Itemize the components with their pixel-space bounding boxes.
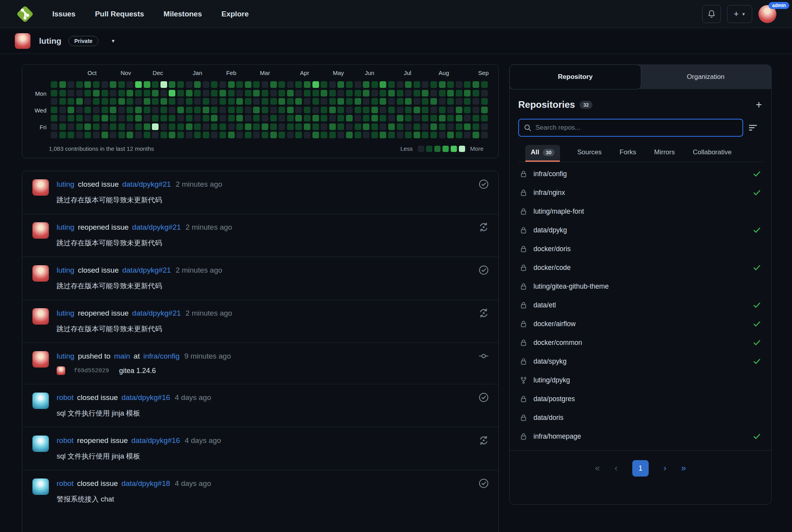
heatmap-cell: [329, 115, 336, 121]
feed-repo-link[interactable]: infra/config: [143, 352, 180, 361]
tab-organization[interactable]: Organization: [640, 65, 771, 89]
tab-repository[interactable]: Repository: [509, 64, 641, 89]
heatmap-cell: [161, 107, 167, 113]
feed-repo-link[interactable]: data/dpykg#21: [132, 223, 181, 232]
nav-link-pull-requests[interactable]: Pull Requests: [95, 10, 144, 18]
heatmap-cell: [329, 123, 336, 130]
nav-link-explore[interactable]: Explore: [221, 10, 249, 18]
feed-user-avatar[interactable]: [32, 478, 49, 495]
nav-link-issues[interactable]: Issues: [52, 10, 75, 18]
repo-name-link[interactable]: luting/gitea-github-theme: [533, 282, 609, 291]
profile-dropdown-caret[interactable]: ▼: [111, 38, 116, 44]
repo-row[interactable]: data/etl: [510, 296, 771, 314]
feed-user-link[interactable]: robot: [57, 479, 73, 488]
repo-row[interactable]: infra/homepage: [510, 427, 771, 446]
repo-row[interactable]: data/doris: [510, 408, 771, 427]
repo-row[interactable]: docker/code: [510, 258, 771, 277]
feed-repo-link[interactable]: data/dpykg#16: [131, 436, 180, 445]
gitea-logo[interactable]: [14, 3, 36, 25]
heatmap-cell: [236, 123, 243, 130]
heatmap-cell: [329, 132, 336, 138]
pagination-first-button[interactable]: «: [595, 463, 599, 473]
commit-sha-link[interactable]: f69d552029: [74, 368, 109, 374]
repo-name-link[interactable]: data/postgres: [533, 395, 575, 403]
filter-tab-sources[interactable]: Sources: [576, 145, 602, 162]
notifications-button[interactable]: [702, 5, 721, 23]
repo-row[interactable]: data/spykg: [510, 352, 771, 371]
heatmap-cell: [397, 90, 403, 96]
filter-tab-all[interactable]: All30: [525, 145, 560, 161]
pagination-prev-button[interactable]: ‹: [615, 463, 617, 473]
filter-tab-collaborative[interactable]: Collaborative: [692, 145, 732, 162]
repo-name-link[interactable]: docker/airflow: [533, 320, 576, 328]
repo-search-input[interactable]: [535, 124, 738, 132]
repo-name-link[interactable]: data/spykg: [533, 357, 567, 366]
legend-more-label: More: [470, 145, 483, 152]
repo-filter-button[interactable]: [743, 119, 763, 137]
profile-avatar[interactable]: [15, 33, 30, 49]
repo-row[interactable]: docker/common: [510, 333, 771, 352]
feed-user-link[interactable]: luting: [57, 352, 74, 361]
feed-repo-link[interactable]: data/dpykg#16: [121, 393, 170, 402]
heatmap-cell: [380, 132, 386, 138]
repo-row[interactable]: docker/airflow: [510, 314, 771, 333]
feed-repo-link[interactable]: data/dpykg#21: [122, 180, 171, 189]
repo-name-link[interactable]: infra/homepage: [533, 432, 581, 441]
feed-user-link[interactable]: luting: [57, 180, 74, 189]
filter-tab-forks[interactable]: Forks: [619, 145, 637, 162]
repo-name-link[interactable]: docker/common: [533, 339, 582, 347]
repo-name-link[interactable]: luting/maple-font: [533, 207, 584, 216]
feed-user-link[interactable]: luting: [57, 266, 74, 275]
heatmap-cell: [414, 98, 420, 105]
feed-user-link[interactable]: luting: [57, 309, 74, 318]
heatmap-cell: [68, 123, 74, 130]
repo-row[interactable]: luting/gitea-github-theme: [510, 277, 771, 296]
repo-name-link[interactable]: docker/doris: [533, 245, 571, 253]
heatmap-month-label: Nov: [121, 70, 131, 76]
profile-username[interactable]: luting: [39, 36, 61, 46]
repo-row[interactable]: infra/nginx: [510, 183, 771, 202]
feed-user-avatar[interactable]: [32, 351, 49, 368]
feed-user-avatar[interactable]: [32, 222, 49, 239]
feed-user-link[interactable]: luting: [57, 223, 74, 232]
repo-row[interactable]: infra/config: [510, 164, 771, 183]
repo-name-link[interactable]: infra/nginx: [533, 189, 565, 197]
feed-user-link[interactable]: robot: [57, 393, 73, 402]
heatmap-cell: [422, 81, 428, 88]
repo-row[interactable]: data/postgres: [510, 389, 771, 408]
heatmap-cell: [312, 123, 319, 130]
repo-name-link[interactable]: data/doris: [533, 414, 564, 422]
check-icon: [753, 188, 761, 197]
feed-user-link[interactable]: robot: [57, 436, 73, 445]
feed-timestamp: 2 minutes ago: [176, 180, 222, 189]
pagination: « ‹ 1 › »: [510, 460, 771, 477]
feed-repo-link[interactable]: data/dpykg#21: [132, 309, 181, 318]
repo-row[interactable]: luting/maple-font: [510, 202, 771, 221]
heatmap-cell: [329, 107, 336, 113]
repo-row[interactable]: data/dpykg: [510, 221, 771, 239]
repo-row[interactable]: docker/doris: [510, 239, 771, 258]
feed-repo-link[interactable]: data/dpykg#18: [121, 479, 170, 488]
feed-user-avatar[interactable]: [32, 308, 49, 325]
repo-row[interactable]: luting/dpykg: [510, 371, 771, 389]
repo-name-link[interactable]: luting/dpykg: [533, 376, 570, 384]
create-new-button[interactable]: + ▼: [727, 5, 752, 23]
repo-name-link[interactable]: docker/code: [533, 264, 571, 272]
feed-user-avatar[interactable]: [32, 179, 49, 196]
feed-user-avatar[interactable]: [32, 265, 49, 282]
feed-branch-link[interactable]: main: [114, 352, 130, 361]
pagination-last-button[interactable]: »: [681, 463, 686, 473]
filter-tab-mirrors[interactable]: Mirrors: [653, 145, 676, 162]
add-repository-button[interactable]: +: [756, 101, 762, 109]
repo-name-link[interactable]: data/dpykg: [533, 226, 567, 234]
repo-name-link[interactable]: data/etl: [533, 301, 556, 309]
feed-user-avatar[interactable]: [32, 393, 49, 409]
feed-repo-link[interactable]: data/dpykg#21: [122, 266, 171, 275]
pagination-page-1-button[interactable]: 1: [632, 460, 649, 477]
nav-link-milestones[interactable]: Milestones: [164, 10, 202, 18]
feed-user-avatar[interactable]: [32, 436, 49, 452]
heatmap-cell: [380, 98, 386, 105]
pagination-next-button[interactable]: ›: [664, 463, 666, 473]
heatmap-cell: [194, 132, 201, 138]
repo-name-link[interactable]: infra/config: [533, 170, 567, 178]
